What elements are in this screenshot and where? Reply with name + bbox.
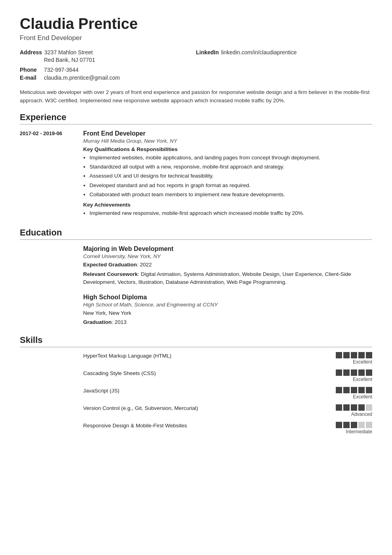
skill-dot bbox=[351, 387, 357, 393]
skill-dot bbox=[351, 369, 357, 376]
linkedin-label: LinkedIn bbox=[196, 49, 219, 56]
skill-dot bbox=[358, 404, 365, 411]
skill-dot bbox=[366, 352, 372, 358]
linkedin-block: LinkedIn linkedin.com/in/claudiaprentice bbox=[196, 49, 372, 64]
skill-dot bbox=[336, 352, 342, 358]
skill-dots bbox=[336, 422, 372, 428]
education-entry-0: Majoring in Web Development Cornell Univ… bbox=[20, 245, 372, 287]
edu-coursework-0: Relevant Coursework: Digital Animation, … bbox=[83, 270, 372, 287]
contact-grid: Address 3237 Mahlon Street Red Bank, NJ … bbox=[20, 49, 372, 64]
skill-row-4: Responsive Design & Mobile-First Website… bbox=[20, 422, 372, 434]
company: Murray Hill Media Group, New York, NY bbox=[83, 138, 372, 144]
education-heading: Education bbox=[20, 228, 372, 240]
skill-rating-col: Excellent bbox=[317, 352, 372, 365]
skill-dot bbox=[343, 369, 350, 376]
skill-dot bbox=[366, 404, 372, 411]
email-block: E-mail claudia.m.prentice@gmail.com bbox=[20, 75, 372, 81]
skill-rating-col: Excellent bbox=[317, 369, 372, 382]
skill-name: HyperText Markup Language (HTML) bbox=[83, 352, 317, 359]
skill-dot bbox=[343, 387, 350, 393]
phone-block: Phone 732-997-3644 bbox=[20, 67, 372, 73]
phone-label: Phone bbox=[20, 67, 42, 73]
email-label: E-mail bbox=[20, 75, 42, 81]
skill-dots bbox=[336, 352, 372, 358]
skill-dots bbox=[336, 387, 372, 393]
experience-dates: 2017-02 - 2019-06 bbox=[20, 130, 83, 221]
skill-dot bbox=[336, 422, 342, 428]
edu-institution-1: High School of Math, Science, and Engine… bbox=[83, 302, 372, 308]
skill-rating-col: Excellent bbox=[317, 387, 372, 400]
edu-graduation-0: Expected Graduation: 2022 bbox=[83, 261, 372, 269]
skill-dot bbox=[343, 352, 350, 358]
skill-level: Excellent bbox=[353, 377, 372, 382]
candidate-name: Claudia Prentice bbox=[20, 16, 372, 33]
list-item: Implemented websites, mobile application… bbox=[89, 154, 372, 162]
edu-detail-label: Expected Graduation bbox=[83, 262, 137, 268]
edu-graduation-1: Graduation: 2013 bbox=[83, 318, 372, 326]
skills-container: HyperText Markup Language (HTML)Excellen… bbox=[20, 352, 372, 434]
skill-row-2: JavaScript (JS)Excellent bbox=[20, 387, 372, 400]
list-item: Implemented new responsive, mobile-first… bbox=[89, 209, 372, 217]
skill-dot bbox=[336, 404, 342, 411]
skill-level: Intermediate bbox=[346, 429, 372, 434]
edu-degree-0: Majoring in Web Development bbox=[83, 245, 372, 253]
experience-body: Front End Developer Murray Hill Media Gr… bbox=[83, 130, 372, 221]
experience-heading: Experience bbox=[20, 112, 372, 124]
experience-entry-0: 2017-02 - 2019-06 Front End Developer Mu… bbox=[20, 130, 372, 221]
skill-name: JavaScript (JS) bbox=[83, 387, 317, 394]
experience-section: Experience 2017-02 - 2019-06 Front End D… bbox=[20, 112, 372, 221]
skill-level: Excellent bbox=[353, 359, 372, 365]
email-value: claudia.m.prentice@gmail.com bbox=[44, 75, 120, 81]
skill-dot bbox=[366, 422, 372, 428]
edu-degree-1: High School Diploma bbox=[83, 294, 372, 301]
address-label: Address bbox=[20, 49, 42, 56]
list-item: Collaborated with product team members t… bbox=[89, 191, 372, 199]
job-title: Front End Developer bbox=[83, 130, 372, 137]
skill-name: Cascading Style Sheets (CSS) bbox=[83, 369, 317, 376]
address-line1: 3237 Mahlon Street bbox=[44, 49, 93, 56]
phone-value: 732-997-3644 bbox=[44, 67, 78, 73]
edu-detail-value-1: 2013 bbox=[115, 319, 127, 325]
skill-row-0: HyperText Markup Language (HTML)Excellen… bbox=[20, 352, 372, 365]
candidate-title: Front End Developer bbox=[20, 34, 372, 42]
skill-dots bbox=[336, 404, 372, 411]
sub-heading-2: Key Achievements bbox=[83, 202, 372, 208]
bullet-list-1: Implemented websites, mobile application… bbox=[89, 154, 372, 199]
skill-rating-col: Intermediate bbox=[317, 422, 372, 434]
sub-heading-1: Key Qualifications & Responsibilities bbox=[83, 146, 372, 152]
edu-body-1: High School Diploma High School of Math,… bbox=[83, 294, 372, 328]
skill-name: Version Control (e.g., Git, Subversion, … bbox=[83, 404, 317, 411]
edu-location-1: New York, New York bbox=[83, 309, 372, 317]
skill-dots bbox=[336, 369, 372, 376]
skill-dot bbox=[358, 369, 365, 376]
skill-dot bbox=[336, 387, 342, 393]
edu-date-col-1 bbox=[20, 294, 83, 328]
address-block: Address 3237 Mahlon Street Red Bank, NJ … bbox=[20, 49, 196, 64]
skill-rating-col: Advanced bbox=[317, 404, 372, 417]
edu-date-col bbox=[20, 245, 83, 287]
skill-dot bbox=[366, 369, 372, 376]
bullet-list-2: Implemented new responsive, mobile-first… bbox=[89, 209, 372, 217]
address-line2: Red Bank, NJ 07701 bbox=[44, 57, 95, 63]
skill-row-1: Cascading Style Sheets (CSS)Excellent bbox=[20, 369, 372, 382]
list-item: Developed standard and ad hoc reports in… bbox=[89, 182, 372, 189]
edu-coursework-label: Relevant Coursework bbox=[83, 271, 138, 277]
edu-body-0: Majoring in Web Development Cornell Univ… bbox=[83, 245, 372, 287]
skill-dot bbox=[351, 422, 357, 428]
edu-institution-0: Cornell University, New York, NY bbox=[83, 253, 372, 259]
skill-name: Responsive Design & Mobile-First Website… bbox=[83, 422, 317, 429]
skill-dot bbox=[351, 404, 357, 411]
skill-dot bbox=[343, 422, 350, 428]
skill-level: Excellent bbox=[353, 394, 372, 400]
skill-dot bbox=[358, 422, 365, 428]
skill-row-3: Version Control (e.g., Git, Subversion, … bbox=[20, 404, 372, 417]
linkedin-value: linkedin.com/in/claudiaprentice bbox=[221, 49, 297, 56]
skill-dot bbox=[343, 404, 350, 411]
list-item: Assessed UX and UI designs for technical… bbox=[89, 172, 372, 180]
list-item: Standardized all output with a new, resp… bbox=[89, 163, 372, 171]
summary-text: Meticulous web developer with over 2 yea… bbox=[20, 88, 372, 105]
skill-dot bbox=[351, 352, 357, 358]
skill-level: Advanced bbox=[351, 411, 372, 417]
skill-dot bbox=[336, 369, 342, 376]
edu-detail-label-1: Graduation bbox=[83, 319, 112, 325]
